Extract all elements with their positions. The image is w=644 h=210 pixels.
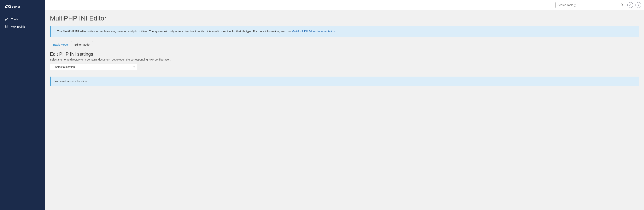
search-input[interactable] <box>556 2 625 8</box>
main-area: MultiPHP INI Editor The MultiPHP INI edi… <box>45 0 644 210</box>
sidebar-nav: Tools WP Toolkit <box>0 14 45 32</box>
warning-banner: You must select a location. <box>50 76 639 86</box>
wordpress-icon <box>5 25 8 28</box>
content: MultiPHP INI Editor The MultiPHP INI edi… <box>45 10 644 90</box>
tabs: Basic Mode Editor Mode <box>50 41 639 48</box>
search-button[interactable] <box>620 3 624 7</box>
section-description: Select the home directory or a domain's … <box>50 58 639 61</box>
search-icon <box>620 3 624 6</box>
sidebar-item-label: Tools <box>11 18 18 21</box>
info-text: The MultiPHP INI editor writes to the .h… <box>57 30 292 33</box>
page-title: MultiPHP INI Editor <box>50 14 639 22</box>
tab-basic-mode[interactable]: Basic Mode <box>50 41 71 48</box>
user-icon <box>637 4 640 6</box>
svg-line-3 <box>622 5 623 6</box>
sidebar-item-tools[interactable]: Tools <box>0 16 45 23</box>
svg-point-4 <box>638 4 639 5</box>
section-title: Edit PHP INI settings <box>50 52 639 57</box>
svg-text:Panel: Panel <box>12 5 20 8</box>
location-select-wrap: -- Select a location -- <box>50 64 137 70</box>
warning-text: You must select a location. <box>54 80 88 83</box>
notifications-button[interactable] <box>627 2 633 8</box>
brand-logo: Panel <box>0 0 45 14</box>
sidebar: Panel Tools WP Toolkit <box>0 0 45 210</box>
svg-point-2 <box>621 4 622 5</box>
tools-icon <box>5 18 8 21</box>
bell-icon <box>629 4 632 6</box>
sidebar-item-label: WP Toolkit <box>11 25 25 28</box>
info-banner: The MultiPHP INI editor writes to the .h… <box>50 26 639 37</box>
location-select[interactable]: -- Select a location -- <box>50 64 137 70</box>
info-suffix: . <box>335 30 336 33</box>
info-doc-link[interactable]: MultiPHP INI Editor documentation <box>292 30 335 33</box>
tab-editor-mode[interactable]: Editor Mode <box>71 41 93 48</box>
topbar <box>45 0 644 10</box>
sidebar-item-wptoolkit[interactable]: WP Toolkit <box>0 23 45 30</box>
search-wrap <box>556 2 625 8</box>
account-button[interactable] <box>636 2 641 8</box>
